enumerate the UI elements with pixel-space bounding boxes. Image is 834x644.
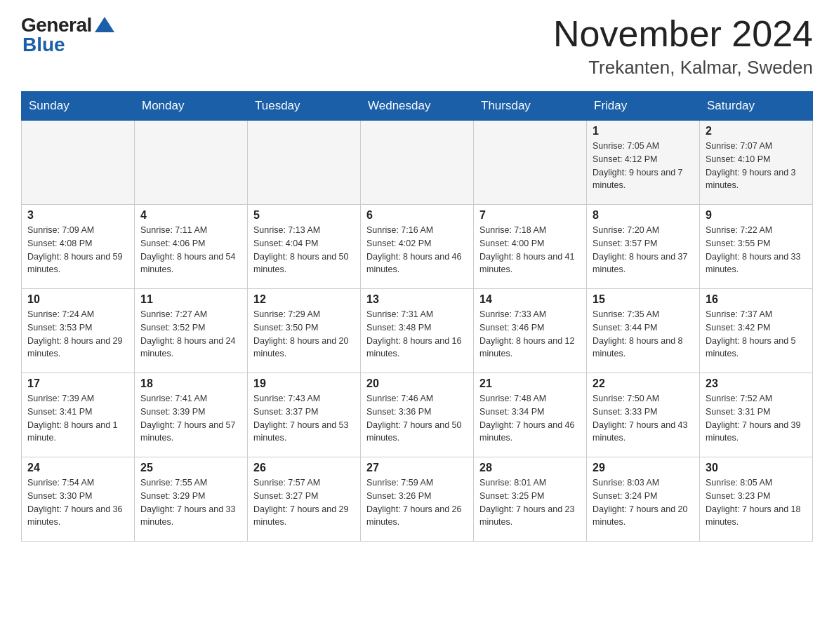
calendar-cell: 9Sunrise: 7:22 AM Sunset: 3:55 PM Daylig…	[700, 205, 813, 289]
day-number: 2	[706, 125, 807, 137]
calendar-cell: 23Sunrise: 7:52 AM Sunset: 3:31 PM Dayli…	[700, 373, 813, 457]
calendar-cell	[474, 121, 587, 205]
day-info: Sunrise: 8:05 AM Sunset: 3:23 PM Dayligh…	[706, 476, 807, 529]
day-of-week-header: Wednesday	[361, 92, 474, 121]
calendar-cell: 10Sunrise: 7:24 AM Sunset: 3:53 PM Dayli…	[22, 289, 135, 373]
day-number: 18	[140, 377, 241, 390]
day-of-week-header: Thursday	[474, 92, 587, 121]
calendar-cell: 19Sunrise: 7:43 AM Sunset: 3:37 PM Dayli…	[248, 373, 361, 457]
day-number: 28	[479, 462, 581, 474]
day-info: Sunrise: 7:33 AM Sunset: 3:46 PM Dayligh…	[479, 308, 581, 361]
calendar-table: SundayMondayTuesdayWednesdayThursdayFrid…	[21, 91, 813, 542]
logo-blue-text: Blue	[21, 34, 65, 56]
day-number: 21	[479, 377, 581, 390]
calendar-cell: 11Sunrise: 7:27 AM Sunset: 3:52 PM Dayli…	[135, 289, 248, 373]
day-info: Sunrise: 7:29 AM Sunset: 3:50 PM Dayligh…	[253, 308, 355, 361]
calendar-cell: 28Sunrise: 8:01 AM Sunset: 3:25 PM Dayli…	[474, 457, 587, 542]
day-number: 20	[366, 377, 468, 390]
calendar-week-row: 1Sunrise: 7:05 AM Sunset: 4:12 PM Daylig…	[22, 121, 813, 205]
day-info: Sunrise: 7:39 AM Sunset: 3:41 PM Dayligh…	[27, 392, 128, 445]
day-info: Sunrise: 7:05 AM Sunset: 4:12 PM Dayligh…	[593, 140, 694, 192]
day-number: 15	[593, 293, 694, 306]
calendar-cell: 4Sunrise: 7:11 AM Sunset: 4:06 PM Daylig…	[135, 205, 248, 289]
day-number: 5	[253, 209, 355, 222]
day-info: Sunrise: 7:48 AM Sunset: 3:34 PM Dayligh…	[479, 392, 581, 445]
day-number: 22	[593, 377, 694, 390]
calendar-cell: 3Sunrise: 7:09 AM Sunset: 4:08 PM Daylig…	[22, 205, 135, 289]
calendar-cell: 20Sunrise: 7:46 AM Sunset: 3:36 PM Dayli…	[361, 373, 474, 457]
month-title: November 2024	[553, 14, 813, 54]
calendar-cell	[361, 121, 474, 205]
calendar-cell: 22Sunrise: 7:50 AM Sunset: 3:33 PM Dayli…	[587, 373, 700, 457]
day-info: Sunrise: 7:52 AM Sunset: 3:31 PM Dayligh…	[706, 392, 807, 445]
day-of-week-header: Monday	[135, 92, 248, 121]
day-info: Sunrise: 7:59 AM Sunset: 3:26 PM Dayligh…	[366, 476, 468, 529]
day-info: Sunrise: 7:57 AM Sunset: 3:27 PM Dayligh…	[253, 476, 355, 529]
calendar-cell: 2Sunrise: 7:07 AM Sunset: 4:10 PM Daylig…	[700, 121, 813, 205]
day-number: 26	[253, 462, 355, 474]
day-of-week-header: Tuesday	[248, 92, 361, 121]
day-of-week-header: Saturday	[700, 92, 813, 121]
day-number: 10	[27, 293, 128, 306]
day-info: Sunrise: 7:24 AM Sunset: 3:53 PM Dayligh…	[27, 308, 128, 361]
day-info: Sunrise: 7:41 AM Sunset: 3:39 PM Dayligh…	[140, 392, 241, 445]
day-number: 13	[366, 293, 468, 306]
day-number: 25	[140, 462, 241, 474]
calendar-cell: 21Sunrise: 7:48 AM Sunset: 3:34 PM Dayli…	[474, 373, 587, 457]
calendar-cell	[135, 121, 248, 205]
calendar-cell	[248, 121, 361, 205]
day-number: 14	[479, 293, 581, 306]
day-number: 24	[27, 462, 128, 474]
calendar-week-row: 17Sunrise: 7:39 AM Sunset: 3:41 PM Dayli…	[22, 373, 813, 457]
day-info: Sunrise: 7:16 AM Sunset: 4:02 PM Dayligh…	[366, 224, 468, 276]
calendar-cell: 30Sunrise: 8:05 AM Sunset: 3:23 PM Dayli…	[700, 457, 813, 542]
day-info: Sunrise: 7:50 AM Sunset: 3:33 PM Dayligh…	[593, 392, 694, 445]
calendar-header-row: SundayMondayTuesdayWednesdayThursdayFrid…	[22, 92, 813, 121]
day-info: Sunrise: 7:37 AM Sunset: 3:42 PM Dayligh…	[706, 308, 807, 361]
calendar-cell: 17Sunrise: 7:39 AM Sunset: 3:41 PM Dayli…	[22, 373, 135, 457]
calendar-cell: 15Sunrise: 7:35 AM Sunset: 3:44 PM Dayli…	[587, 289, 700, 373]
day-number: 17	[27, 377, 128, 390]
day-of-week-header: Friday	[587, 92, 700, 121]
calendar-week-row: 10Sunrise: 7:24 AM Sunset: 3:53 PM Dayli…	[22, 289, 813, 373]
title-area: November 2024 Trekanten, Kalmar, Sweden	[553, 14, 813, 79]
day-number: 6	[366, 209, 468, 222]
calendar-cell: 26Sunrise: 7:57 AM Sunset: 3:27 PM Dayli…	[248, 457, 361, 542]
day-number: 12	[253, 293, 355, 306]
logo-triangle-icon	[95, 17, 114, 32]
calendar-cell: 18Sunrise: 7:41 AM Sunset: 3:39 PM Dayli…	[135, 373, 248, 457]
day-of-week-header: Sunday	[22, 92, 135, 121]
calendar-cell	[22, 121, 135, 205]
day-number: 16	[706, 293, 807, 306]
day-info: Sunrise: 7:20 AM Sunset: 3:57 PM Dayligh…	[593, 224, 694, 276]
calendar-cell: 8Sunrise: 7:20 AM Sunset: 3:57 PM Daylig…	[587, 205, 700, 289]
logo: General Blue	[21, 14, 114, 56]
day-info: Sunrise: 7:27 AM Sunset: 3:52 PM Dayligh…	[140, 308, 241, 361]
day-number: 29	[593, 462, 694, 474]
page-header: General Blue November 2024 Trekanten, Ka…	[21, 14, 813, 79]
day-number: 7	[479, 209, 581, 222]
calendar-cell: 16Sunrise: 7:37 AM Sunset: 3:42 PM Dayli…	[700, 289, 813, 373]
calendar-cell: 12Sunrise: 7:29 AM Sunset: 3:50 PM Dayli…	[248, 289, 361, 373]
calendar-cell: 27Sunrise: 7:59 AM Sunset: 3:26 PM Dayli…	[361, 457, 474, 542]
day-info: Sunrise: 8:01 AM Sunset: 3:25 PM Dayligh…	[479, 476, 581, 529]
location-subtitle: Trekanten, Kalmar, Sweden	[553, 57, 813, 79]
calendar-cell: 13Sunrise: 7:31 AM Sunset: 3:48 PM Dayli…	[361, 289, 474, 373]
day-info: Sunrise: 7:22 AM Sunset: 3:55 PM Dayligh…	[706, 224, 807, 276]
calendar-cell: 1Sunrise: 7:05 AM Sunset: 4:12 PM Daylig…	[587, 121, 700, 205]
calendar-week-row: 24Sunrise: 7:54 AM Sunset: 3:30 PM Dayli…	[22, 457, 813, 542]
calendar-cell: 14Sunrise: 7:33 AM Sunset: 3:46 PM Dayli…	[474, 289, 587, 373]
day-number: 1	[593, 125, 694, 137]
day-number: 11	[140, 293, 241, 306]
calendar-cell: 25Sunrise: 7:55 AM Sunset: 3:29 PM Dayli…	[135, 457, 248, 542]
day-info: Sunrise: 8:03 AM Sunset: 3:24 PM Dayligh…	[593, 476, 694, 529]
calendar-cell: 7Sunrise: 7:18 AM Sunset: 4:00 PM Daylig…	[474, 205, 587, 289]
day-info: Sunrise: 7:09 AM Sunset: 4:08 PM Dayligh…	[27, 224, 128, 276]
day-number: 30	[706, 462, 807, 474]
day-number: 19	[253, 377, 355, 390]
calendar-cell: 29Sunrise: 8:03 AM Sunset: 3:24 PM Dayli…	[587, 457, 700, 542]
day-info: Sunrise: 7:07 AM Sunset: 4:10 PM Dayligh…	[706, 140, 807, 192]
day-info: Sunrise: 7:31 AM Sunset: 3:48 PM Dayligh…	[366, 308, 468, 361]
calendar-cell: 24Sunrise: 7:54 AM Sunset: 3:30 PM Dayli…	[22, 457, 135, 542]
day-info: Sunrise: 7:46 AM Sunset: 3:36 PM Dayligh…	[366, 392, 468, 445]
